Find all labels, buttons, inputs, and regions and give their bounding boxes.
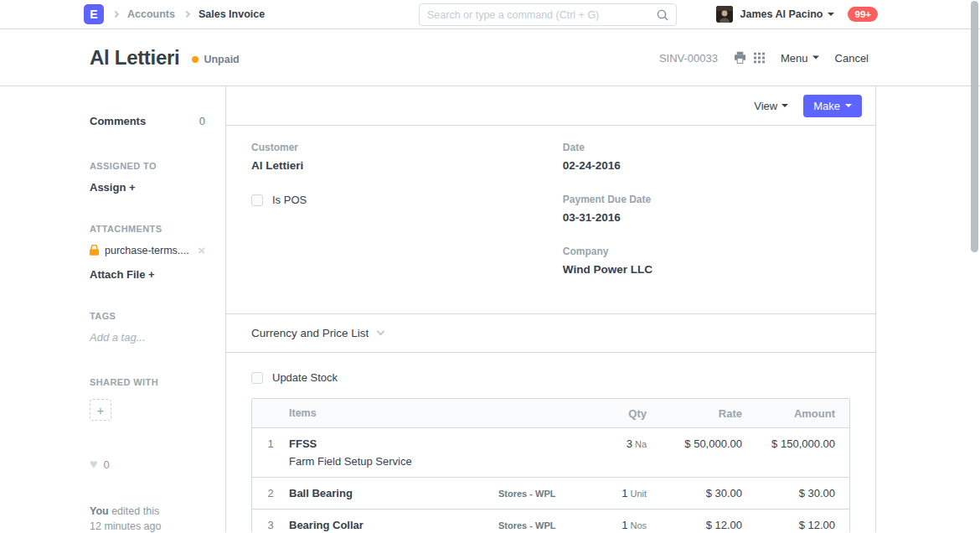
customer-field[interactable]: Customer Al Lettieri <box>251 142 563 172</box>
item-amount: $ 150,000.00 <box>742 437 849 450</box>
update-stock-label: Update Stock <box>272 371 338 384</box>
chevron-down-icon <box>828 13 834 16</box>
item-name: FFSS <box>289 437 498 450</box>
search-input[interactable] <box>427 9 657 21</box>
status-dot-icon <box>192 56 199 63</box>
customer-value[interactable]: Al Lettieri <box>251 159 563 172</box>
chevron-down-icon <box>781 104 788 107</box>
item-warehouse: Stores - WPL <box>498 487 591 499</box>
user-avatar[interactable] <box>716 6 733 23</box>
form-toolbar: View Make <box>226 86 875 126</box>
row-item: Bearing Collar <box>289 519 498 531</box>
likes: ♥ 0 <box>90 458 205 471</box>
is-pos-label: Is POS <box>272 194 307 206</box>
page-title: Al Lettieri <box>90 46 179 70</box>
header-items: Items <box>289 407 498 419</box>
item-qty: 1Nos <box>591 519 647 531</box>
qty-uom: Na <box>635 439 647 449</box>
form-main: View Make Customer Al Lettieri <box>226 86 876 532</box>
activity-entry: You edited this 12 minutes ago <box>90 505 205 532</box>
breadcrumb-separator-icon <box>183 11 190 18</box>
attachment-item: purchase-terms.... × <box>90 244 205 256</box>
breadcrumb-accounts[interactable]: Accounts <box>127 8 175 20</box>
add-tag-input[interactable]: Add a tag... <box>90 331 205 344</box>
date-label: Date <box>563 142 850 153</box>
left-margin <box>0 86 75 532</box>
company-label: Company <box>563 246 850 257</box>
company-value[interactable]: Wind Power LLC <box>563 263 850 276</box>
item-rate: $ 12.00 <box>647 519 742 531</box>
qty-value: 3 <box>627 437 632 450</box>
date-field[interactable]: Date 02-24-2016 <box>563 142 850 172</box>
print-icon[interactable] <box>734 51 746 64</box>
attach-file-button[interactable]: Attach File + <box>90 268 205 281</box>
erp-sales-invoice-page: E Accounts Sales Invoice <box>0 0 980 533</box>
item-amount: $ 12.00 <box>742 519 849 531</box>
fields-column-right: Date 02-24-2016 Payment Due Date 03-31-2… <box>563 142 850 298</box>
assign-button[interactable]: Assign + <box>90 181 205 194</box>
row-item: Ball Bearing <box>289 487 498 499</box>
user-menu[interactable]: James Al Pacino <box>740 8 823 20</box>
table-row[interactable]: 1 FFSS Farm Field Setup Service 3Na $ 50… <box>252 428 849 478</box>
payment-due-date-value[interactable]: 03-31-2016 <box>563 211 850 224</box>
update-stock-checkbox-row[interactable]: Update Stock <box>251 371 850 384</box>
status-badge: Unpaid <box>192 54 239 65</box>
item-rate: $ 30.00 <box>647 487 742 499</box>
share-add-button[interactable]: + <box>90 399 111 421</box>
heart-icon[interactable]: ♥ <box>90 458 98 471</box>
header-rate: Rate <box>647 407 742 420</box>
company-field[interactable]: Company Wind Power LLC <box>563 246 850 276</box>
item-qty: 1Unit <box>591 487 647 499</box>
shared-with-label: SHARED WITH <box>90 377 205 387</box>
currency-section-toggle[interactable]: Currency and Price List <box>226 314 875 353</box>
attachment-link[interactable]: purchase-terms.... <box>105 245 189 256</box>
navbar: E Accounts Sales Invoice <box>0 0 980 29</box>
page-head: Al Lettieri Unpaid SINV-00033 <box>0 29 980 86</box>
date-value[interactable]: 02-24-2016 <box>563 159 850 172</box>
qty-uom: Unit <box>630 489 647 499</box>
item-amount: $ 30.00 <box>742 487 849 499</box>
row-index: 3 <box>252 519 289 531</box>
menu-button[interactable]: Menu <box>781 51 819 64</box>
breadcrumb: E Accounts Sales Invoice <box>84 0 265 28</box>
status-label: Unpaid <box>204 54 239 65</box>
qty-value: 1 <box>622 519 627 531</box>
grid-menu-icon[interactable] <box>754 52 765 63</box>
items-table: Items Qty Rate Amount 1 FFSS Farm Field … <box>251 398 850 532</box>
page-scrollbar[interactable] <box>971 1 978 252</box>
qty-uom: Nos <box>630 520 647 530</box>
activity-time: 12 minutes ago <box>90 520 205 533</box>
cancel-button[interactable]: Cancel <box>835 51 869 64</box>
currency-section-label: Currency and Price List <box>251 327 369 339</box>
breadcrumb-sales-invoice[interactable]: Sales Invoice <box>199 8 265 20</box>
invoice-details-section: Customer Al Lettieri Is POS Date 02-24-2… <box>226 126 875 314</box>
payment-due-date-label: Payment Due Date <box>563 194 850 205</box>
row-index: 2 <box>252 487 289 499</box>
breadcrumb-separator-icon <box>112 11 119 18</box>
table-row[interactable]: 3 Bearing Collar Stores - WPL 1Nos $ 12.… <box>252 510 849 532</box>
is-pos-checkbox[interactable] <box>251 194 263 206</box>
table-row[interactable]: 2 Ball Bearing Stores - WPL 1Unit $ 30.0… <box>252 478 849 510</box>
items-section: Update Stock Items Qty Rate Amount 1 <box>226 353 875 532</box>
notifications-badge[interactable]: 99+ <box>848 7 878 22</box>
activity-action: edited this <box>111 505 159 517</box>
app-logo[interactable]: E <box>84 4 104 24</box>
is-pos-checkbox-row[interactable]: Is POS <box>251 194 563 206</box>
fields-column-left: Customer Al Lettieri Is POS <box>251 142 563 298</box>
item-name: Ball Bearing <box>289 487 498 499</box>
item-rate: $ 50,000.00 <box>647 437 742 450</box>
content-area: Comments 0 ASSIGNED TO Assign + ATTACHME… <box>0 86 980 532</box>
item-name: Bearing Collar <box>289 519 498 531</box>
view-button[interactable]: View <box>754 100 788 112</box>
tags-label: TAGS <box>90 311 205 321</box>
update-stock-checkbox[interactable] <box>251 372 263 384</box>
row-item: FFSS Farm Field Setup Service <box>289 437 498 468</box>
sidebar-comments-link[interactable]: Comments 0 <box>90 115 205 127</box>
make-button[interactable]: Make <box>803 95 862 117</box>
lock-icon <box>90 245 99 256</box>
payment-due-date-field[interactable]: Payment Due Date 03-31-2016 <box>563 194 850 224</box>
remove-attachment-icon[interactable]: × <box>198 244 205 256</box>
row-index: 1 <box>252 437 289 450</box>
chevron-down-icon <box>377 328 385 336</box>
form-sidebar: Comments 0 ASSIGNED TO Assign + ATTACHME… <box>75 86 226 532</box>
